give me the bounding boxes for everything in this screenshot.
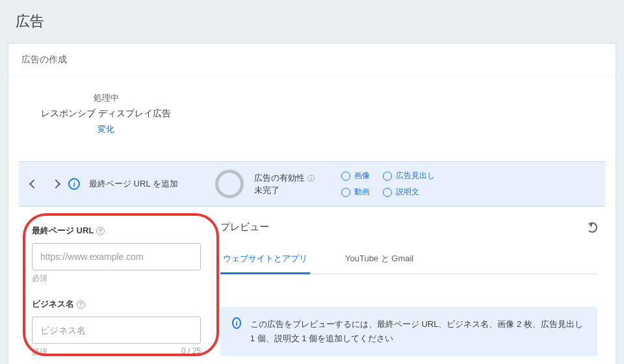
final-url-input[interactable] bbox=[32, 243, 201, 270]
chevron-left-icon[interactable] bbox=[29, 179, 38, 188]
info-icon: i bbox=[68, 178, 80, 190]
check-headline[interactable]: 広告見出し bbox=[383, 170, 435, 181]
required-label: 必須 bbox=[32, 273, 47, 284]
card-title: 広告の作成 bbox=[8, 44, 616, 77]
circle-icon bbox=[383, 172, 392, 181]
strength-checklist: 画像 広告見出し 動画 説明文 bbox=[341, 170, 435, 198]
help-icon[interactable]: ? bbox=[77, 300, 85, 309]
preview-info-banner: i この広告をプレビューするには、最終ページ URL、ビジネス名、画像 2 枚、… bbox=[220, 307, 597, 356]
strength-label: 広告の有効性 ⓘ 未完了 bbox=[254, 172, 332, 197]
tab-youtube-gmail[interactable]: YouTube と Gmail bbox=[343, 245, 416, 274]
variation-link[interactable]: 変化 bbox=[8, 124, 203, 135]
refresh-icon[interactable] bbox=[587, 222, 597, 233]
form-left-column: 最終ページ URL ? 必須 ビジネス名 ? 必須 0 / 25 bbox=[8, 207, 220, 364]
preview-banner-text: この広告をプレビューするには、最終ページ URL、ビジネス名、画像 2 枚、広告… bbox=[250, 317, 586, 346]
preview-title: プレビュー bbox=[220, 221, 269, 233]
business-name-field-block: ビジネス名 ? 必須 0 / 25 bbox=[32, 298, 207, 358]
preview-tabs: ウェブサイトとアプリ YouTube と Gmail bbox=[220, 245, 597, 274]
page-title: 広告 bbox=[0, 0, 624, 43]
chevron-right-icon[interactable] bbox=[51, 179, 60, 188]
char-counter: 0 / 25 bbox=[181, 346, 201, 358]
ad-intro: 処理中 レスポンシブ ディスプレイ広告 変化 bbox=[8, 77, 203, 142]
ad-strength-bar: i 最終ページ URL を追加 広告の有効性 ⓘ 未完了 画像 広告見出し 動画… bbox=[19, 161, 605, 207]
final-url-label: 最終ページ URL ? bbox=[32, 225, 207, 237]
circle-icon bbox=[341, 188, 350, 197]
strength-status: 未完了 bbox=[254, 185, 280, 195]
ad-type-label: レスポンシブ ディスプレイ広告 bbox=[8, 108, 203, 120]
ad-editor-card: 広告の作成 処理中 レスポンシブ ディスプレイ広告 変化 i 最終ページ URL… bbox=[8, 43, 616, 364]
final-url-field-block: 最終ページ URL ? 必須 bbox=[32, 225, 207, 284]
help-icon[interactable]: ? bbox=[96, 227, 105, 235]
preview-column: プレビュー ウェブサイトとアプリ YouTube と Gmail i この広告を… bbox=[220, 207, 616, 364]
info-icon: i bbox=[232, 317, 241, 329]
strength-meter-icon bbox=[215, 170, 244, 198]
check-video[interactable]: 動画 bbox=[341, 187, 370, 198]
business-name-input[interactable] bbox=[32, 317, 201, 344]
processing-label: 処理中 bbox=[8, 92, 203, 104]
circle-icon bbox=[383, 188, 392, 197]
strength-hint: 最終ページ URL を追加 bbox=[89, 178, 200, 190]
check-description[interactable]: 説明文 bbox=[383, 187, 435, 198]
check-image[interactable]: 画像 bbox=[341, 170, 370, 181]
business-name-label: ビジネス名 ? bbox=[32, 298, 207, 310]
required-label: 必須 bbox=[32, 346, 47, 358]
circle-icon bbox=[341, 172, 350, 181]
tab-web-apps[interactable]: ウェブサイトとアプリ bbox=[220, 245, 310, 274]
